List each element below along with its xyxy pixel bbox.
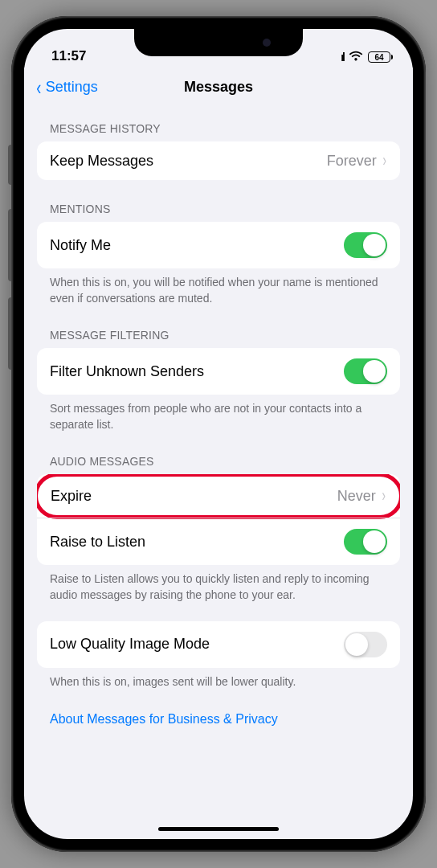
section-header-message-history: Message History: [37, 108, 400, 141]
section-header-audio: Audio Messages: [37, 432, 400, 474]
nav-bar: ‹ Settings Messages: [24, 68, 413, 108]
row-label: Expire: [51, 488, 337, 505]
row-keep-messages[interactable]: Keep Messages Forever ›: [37, 141, 400, 180]
back-label: Settings: [46, 79, 98, 96]
section-header-filtering: Message Filtering: [37, 306, 400, 348]
row-expire[interactable]: Expire Never ›: [38, 477, 399, 515]
battery-icon: 64: [368, 51, 390, 63]
home-indicator[interactable]: [158, 827, 279, 831]
row-notify-me[interactable]: Notify Me: [37, 222, 400, 268]
chevron-right-icon: ›: [382, 487, 385, 505]
group-mentions: Notify Me: [37, 222, 400, 268]
screen: 11:57 ıl 64 ‹ Settings Messages Message …: [24, 29, 413, 839]
row-label: Low Quality Image Mode: [50, 636, 344, 653]
toggle-filter-unknown[interactable]: [344, 358, 387, 384]
cellular-icon: ıl: [341, 51, 344, 63]
section-header-mentions: Mentions: [37, 180, 400, 222]
status-time: 11:57: [51, 48, 86, 64]
footer-low-quality: When this is on, images sent will be low…: [37, 668, 400, 690]
toggle-raise-to-listen[interactable]: [344, 529, 387, 555]
highlight-ring-expire: Expire Never ›: [37, 474, 400, 519]
toggle-notify-me[interactable]: [344, 232, 387, 258]
row-low-quality[interactable]: Low Quality Image Mode: [37, 621, 400, 668]
notch: [134, 29, 303, 56]
footer-mentions: When this is on, you will be notified wh…: [37, 268, 400, 306]
wifi-icon: [349, 50, 363, 64]
footer-audio: Raise to Listen allows you to quickly li…: [37, 565, 400, 603]
chevron-left-icon: ‹: [36, 77, 41, 98]
group-audio: Expire Never › Raise to Listen: [37, 474, 400, 565]
back-button[interactable]: ‹ Settings: [35, 77, 98, 98]
row-value: Forever: [327, 153, 377, 170]
row-label: Raise to Listen: [50, 534, 344, 551]
group-filtering: Filter Unknown Senders: [37, 348, 400, 395]
phone-frame: 11:57 ıl 64 ‹ Settings Messages Message …: [11, 16, 426, 852]
toggle-low-quality[interactable]: [344, 632, 387, 657]
row-value: Never: [337, 488, 376, 505]
status-right: ıl 64: [341, 50, 390, 64]
row-label: Notify Me: [50, 237, 344, 254]
row-label: Filter Unknown Senders: [50, 363, 344, 380]
row-label: Keep Messages: [50, 153, 327, 170]
footer-filtering: Sort messages from people who are not in…: [37, 395, 400, 432]
row-raise-to-listen[interactable]: Raise to Listen: [37, 518, 400, 565]
group-low-quality: Low Quality Image Mode: [37, 621, 400, 668]
about-link[interactable]: About Messages for Business & Privacy: [37, 690, 400, 727]
group-message-history: Keep Messages Forever ›: [37, 141, 400, 180]
row-filter-unknown[interactable]: Filter Unknown Senders: [37, 348, 400, 395]
content: Message History Keep Messages Forever › …: [24, 108, 413, 727]
chevron-right-icon: ›: [382, 152, 386, 170]
